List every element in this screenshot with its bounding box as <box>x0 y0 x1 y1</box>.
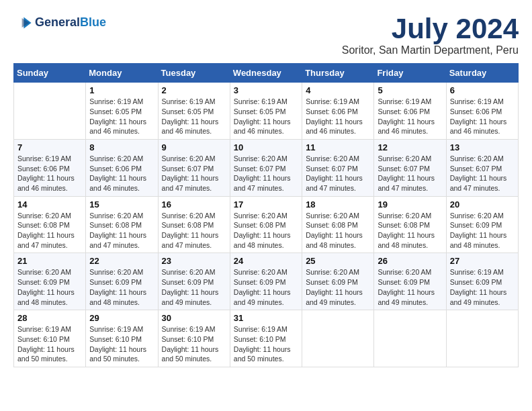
column-header-saturday: Saturday <box>446 64 518 83</box>
calendar-cell: 24Sunrise: 6:20 AMSunset: 6:09 PMDayligh… <box>230 253 302 310</box>
calendar-cell: 11Sunrise: 6:20 AMSunset: 6:07 PMDayligh… <box>302 139 374 196</box>
day-number: 16 <box>162 199 226 210</box>
day-number: 22 <box>89 256 154 266</box>
day-number: 24 <box>234 256 298 266</box>
day-number: 18 <box>306 199 370 210</box>
logo: GeneralBlue <box>13 13 106 32</box>
column-header-wednesday: Wednesday <box>230 64 302 83</box>
calendar-cell: 7Sunrise: 6:19 AMSunset: 6:06 PMDaylight… <box>14 139 86 196</box>
calendar-cell: 31Sunrise: 6:19 AMSunset: 6:10 PMDayligh… <box>230 310 302 367</box>
day-number: 12 <box>378 142 442 152</box>
day-number: 31 <box>234 313 298 323</box>
calendar-cell: 16Sunrise: 6:20 AMSunset: 6:08 PMDayligh… <box>158 196 230 253</box>
calendar-cell <box>446 310 518 367</box>
logo-line1: GeneralBlue <box>35 15 106 30</box>
day-number: 26 <box>378 256 442 266</box>
day-number: 28 <box>17 313 82 323</box>
day-number: 4 <box>306 85 370 95</box>
day-number: 29 <box>89 313 154 323</box>
day-number: 23 <box>162 256 226 266</box>
day-number: 8 <box>89 142 154 152</box>
day-number: 20 <box>450 199 515 210</box>
calendar-cell: 12Sunrise: 6:20 AMSunset: 6:07 PMDayligh… <box>374 139 446 196</box>
day-info: Sunrise: 6:19 AMSunset: 6:06 PMDaylight:… <box>306 97 370 136</box>
calendar-body: 1Sunrise: 6:19 AMSunset: 6:05 PMDaylight… <box>14 83 519 367</box>
calendar-cell: 28Sunrise: 6:19 AMSunset: 6:10 PMDayligh… <box>14 310 86 367</box>
day-number: 21 <box>17 256 82 266</box>
page-title: July 2024 <box>342 13 519 44</box>
day-info: Sunrise: 6:20 AMSunset: 6:07 PMDaylight:… <box>450 154 515 193</box>
day-info: Sunrise: 6:20 AMSunset: 6:08 PMDaylight:… <box>17 211 82 250</box>
column-header-tuesday: Tuesday <box>158 64 230 83</box>
day-number: 14 <box>17 199 82 210</box>
day-number: 9 <box>162 142 226 152</box>
calendar-cell: 6Sunrise: 6:19 AMSunset: 6:06 PMDaylight… <box>446 83 518 140</box>
calendar-cell: 15Sunrise: 6:20 AMSunset: 6:08 PMDayligh… <box>86 196 158 253</box>
day-info: Sunrise: 6:20 AMSunset: 6:09 PMDaylight:… <box>378 267 442 307</box>
day-info: Sunrise: 6:19 AMSunset: 6:05 PMDaylight:… <box>162 97 226 136</box>
day-number: 3 <box>234 85 298 95</box>
day-info: Sunrise: 6:20 AMSunset: 6:09 PMDaylight:… <box>450 211 515 250</box>
calendar-cell: 14Sunrise: 6:20 AMSunset: 6:08 PMDayligh… <box>14 196 86 253</box>
calendar-week-5: 28Sunrise: 6:19 AMSunset: 6:10 PMDayligh… <box>14 310 519 367</box>
calendar-cell: 5Sunrise: 6:19 AMSunset: 6:06 PMDaylight… <box>374 83 446 140</box>
calendar-cell: 23Sunrise: 6:20 AMSunset: 6:09 PMDayligh… <box>158 253 230 310</box>
calendar-cell: 13Sunrise: 6:20 AMSunset: 6:07 PMDayligh… <box>446 139 518 196</box>
day-number: 5 <box>378 85 442 95</box>
calendar-cell: 9Sunrise: 6:20 AMSunset: 6:07 PMDaylight… <box>158 139 230 196</box>
column-header-friday: Friday <box>374 64 446 83</box>
day-number: 27 <box>450 256 515 266</box>
calendar-cell: 22Sunrise: 6:20 AMSunset: 6:09 PMDayligh… <box>86 253 158 310</box>
day-number: 6 <box>450 85 515 95</box>
calendar-week-2: 7Sunrise: 6:19 AMSunset: 6:06 PMDaylight… <box>14 139 519 196</box>
calendar-cell: 20Sunrise: 6:20 AMSunset: 6:09 PMDayligh… <box>446 196 518 253</box>
calendar-cell: 29Sunrise: 6:19 AMSunset: 6:10 PMDayligh… <box>86 310 158 367</box>
calendar-cell: 27Sunrise: 6:19 AMSunset: 6:09 PMDayligh… <box>446 253 518 310</box>
day-info: Sunrise: 6:19 AMSunset: 6:10 PMDaylight:… <box>89 324 154 364</box>
day-info: Sunrise: 6:20 AMSunset: 6:09 PMDaylight:… <box>306 267 370 307</box>
calendar-cell: 10Sunrise: 6:20 AMSunset: 6:07 PMDayligh… <box>230 139 302 196</box>
day-number: 10 <box>234 142 298 152</box>
day-info: Sunrise: 6:20 AMSunset: 6:09 PMDaylight:… <box>234 267 298 307</box>
day-number: 15 <box>89 199 154 210</box>
day-info: Sunrise: 6:19 AMSunset: 6:09 PMDaylight:… <box>450 267 515 307</box>
day-info: Sunrise: 6:19 AMSunset: 6:10 PMDaylight:… <box>162 324 226 364</box>
day-number: 2 <box>162 85 226 95</box>
calendar-cell: 2Sunrise: 6:19 AMSunset: 6:05 PMDaylight… <box>158 83 230 140</box>
day-info: Sunrise: 6:20 AMSunset: 6:08 PMDaylight:… <box>378 211 442 250</box>
calendar-cell: 1Sunrise: 6:19 AMSunset: 6:05 PMDaylight… <box>86 83 158 140</box>
day-number: 17 <box>234 199 298 210</box>
calendar-cell <box>14 83 86 140</box>
calendar-table: SundayMondayTuesdayWednesdayThursdayFrid… <box>13 63 519 367</box>
day-info: Sunrise: 6:20 AMSunset: 6:07 PMDaylight:… <box>234 154 298 193</box>
day-info: Sunrise: 6:19 AMSunset: 6:10 PMDaylight:… <box>17 324 82 364</box>
calendar-week-3: 14Sunrise: 6:20 AMSunset: 6:08 PMDayligh… <box>14 196 519 253</box>
calendar-cell: 18Sunrise: 6:20 AMSunset: 6:08 PMDayligh… <box>302 196 374 253</box>
day-info: Sunrise: 6:20 AMSunset: 6:07 PMDaylight:… <box>162 154 226 193</box>
calendar-cell: 26Sunrise: 6:20 AMSunset: 6:09 PMDayligh… <box>374 253 446 310</box>
day-info: Sunrise: 6:20 AMSunset: 6:06 PMDaylight:… <box>89 154 154 193</box>
day-number: 25 <box>306 256 370 266</box>
calendar-cell <box>302 310 374 367</box>
day-info: Sunrise: 6:20 AMSunset: 6:09 PMDaylight:… <box>162 267 226 307</box>
calendar-cell <box>374 310 446 367</box>
day-info: Sunrise: 6:20 AMSunset: 6:08 PMDaylight:… <box>89 211 154 250</box>
calendar-cell: 30Sunrise: 6:19 AMSunset: 6:10 PMDayligh… <box>158 310 230 367</box>
day-info: Sunrise: 6:20 AMSunset: 6:09 PMDaylight:… <box>17 267 82 307</box>
day-number: 11 <box>306 142 370 152</box>
column-header-sunday: Sunday <box>14 64 86 83</box>
calendar-cell: 3Sunrise: 6:19 AMSunset: 6:05 PMDaylight… <box>230 83 302 140</box>
calendar-week-4: 21Sunrise: 6:20 AMSunset: 6:09 PMDayligh… <box>14 253 519 310</box>
calendar-cell: 19Sunrise: 6:20 AMSunset: 6:08 PMDayligh… <box>374 196 446 253</box>
column-header-monday: Monday <box>86 64 158 83</box>
day-info: Sunrise: 6:20 AMSunset: 6:07 PMDaylight:… <box>378 154 442 193</box>
day-info: Sunrise: 6:20 AMSunset: 6:09 PMDaylight:… <box>89 267 154 307</box>
day-number: 19 <box>378 199 442 210</box>
day-info: Sunrise: 6:19 AMSunset: 6:05 PMDaylight:… <box>234 97 298 136</box>
calendar-cell: 8Sunrise: 6:20 AMSunset: 6:06 PMDaylight… <box>86 139 158 196</box>
column-header-thursday: Thursday <box>302 64 374 83</box>
day-info: Sunrise: 6:19 AMSunset: 6:06 PMDaylight:… <box>450 97 515 136</box>
title-area: July 2024 Soritor, San Martin Department… <box>342 13 519 56</box>
day-number: 13 <box>450 142 515 152</box>
logo-icon <box>13 13 32 32</box>
